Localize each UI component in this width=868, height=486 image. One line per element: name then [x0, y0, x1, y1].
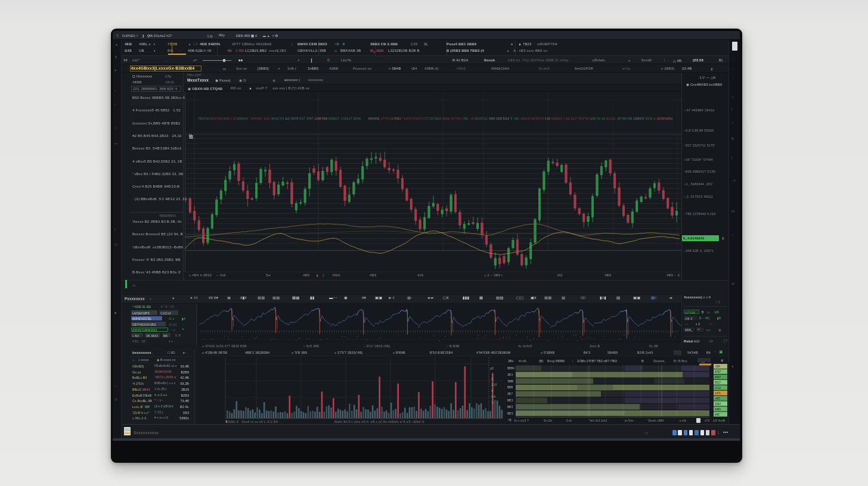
svg-text:BBB4: BBB4 [507, 367, 514, 370]
svg-text:3Bx: 3Bx [508, 359, 514, 363]
svg-text:,405: ,405 [715, 397, 720, 400]
svg-text:0132: 0132 [715, 387, 721, 390]
svg-text:#xxB,: #xxB, [519, 359, 527, 363]
svg-text:(B): (B) [539, 359, 544, 363]
svg-text:x⁄3⁄ 4xx⁄B: x⁄3⁄ 4xx⁄B [713, 419, 726, 422]
svg-text:'3: '3 [491, 401, 494, 404]
svg-text:⚜: ⚜ [720, 359, 724, 363]
svg-text:4: 4 [491, 389, 493, 392]
svg-text:6767: 6767 [715, 370, 721, 373]
svg-text:·xx 5⁄xx ·: ·xx 5⁄xx · [624, 419, 636, 422]
svg-text:|: | [572, 359, 573, 363]
svg-text:'3xxx⁄x x3B4: '3xxx⁄x x3B4 [647, 419, 664, 422]
svg-text:5017: 5017 [715, 381, 721, 384]
svg-text:?x⁄x·3x3 (x⁄x3: ?x⁄x·3x3 (x⁄x3 [589, 419, 607, 422]
svg-text:·3x x3x: ·3x x3x [542, 419, 553, 422]
svg-text:4 4: 4 4 [491, 395, 495, 398]
svg-text:3: 3 [491, 377, 493, 381]
svg-text:943': 943' [715, 413, 720, 416]
svg-text:BB'2: BB'2 [507, 406, 513, 409]
svg-text:3B'3: 3B'3 [507, 373, 513, 376]
svg-text:·x x3x: ·x x3x [678, 419, 687, 422]
svg-text:3B'7: 3B'7 [507, 392, 513, 395]
svg-text:3542: 3542 [715, 403, 721, 406]
svg-text:2/3Bx 2'5'B? 7B3 xB? /?B3: 2/3Bx 2'5'B? 7B3 xB? /?B3 [577, 359, 617, 363]
svg-text:BBB: BBB [507, 386, 513, 389]
svg-text:'BBB: 'BBB [507, 380, 513, 383]
svg-text:д3: д3 [490, 366, 494, 370]
svg-text:BB'3: BB'3 [507, 412, 513, 415]
svg-text:3 37: 3 37 [491, 383, 497, 387]
svg-text:4880: 4880 [715, 408, 721, 411]
svg-text:3x·x xx(3·?: 3x·x xx(3·? [514, 419, 529, 422]
svg-text:4947: 4947 [715, 376, 721, 379]
svg-text:B: B [641, 359, 644, 363]
svg-text:1371: 1371 [715, 392, 721, 395]
svg-text:BB'3: BB'3 [507, 399, 513, 402]
svg-text:Oxxxxx,: Oxxxxx, [653, 359, 665, 363]
svg-text:↧: ↧ [509, 419, 512, 422]
svg-text:Bxxg BBBB: Bxxg BBBB [547, 359, 565, 363]
svg-text:x?3: x?3 [705, 419, 709, 422]
svg-text:.004: .004 [715, 365, 720, 368]
svg-text:B і B Bxx: B і B Bxx [674, 359, 687, 363]
svg-text:·3 xb: ·3 xb [565, 419, 572, 422]
